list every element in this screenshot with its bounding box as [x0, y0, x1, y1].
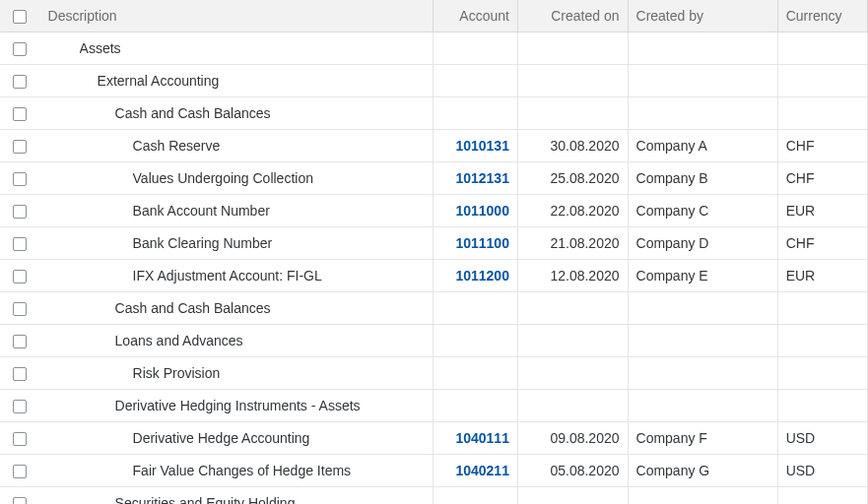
- created-by-cell: [628, 292, 777, 325]
- row-description: Securities and Equity Holding: [115, 487, 296, 504]
- account-cell: [433, 390, 517, 422]
- table-row: Cash and Cash Balances: [0, 292, 868, 325]
- created-on-cell: 22.08.2020: [517, 195, 628, 227]
- expand-placeholder: [111, 203, 127, 219]
- chevron-down-icon[interactable]: [76, 73, 92, 89]
- col-header-currency[interactable]: Currency: [777, 0, 867, 32]
- row-checkbox[interactable]: [13, 497, 27, 504]
- col-header-created-by[interactable]: Created by: [628, 0, 777, 32]
- row-checkbox[interactable]: [13, 172, 27, 186]
- chevron-right-icon[interactable]: [94, 333, 109, 348]
- currency-cell: CHF: [777, 130, 867, 162]
- expand-placeholder: [111, 235, 127, 251]
- description-cell: Cash and Cash Balances: [40, 292, 434, 325]
- created-by-cell: [628, 32, 777, 65]
- created-on-cell: 12.08.2020: [517, 260, 628, 292]
- account-cell: 1040111: [433, 422, 517, 455]
- row-checkbox[interactable]: [13, 335, 27, 348]
- row-select-cell: [0, 260, 40, 292]
- account-cell: [433, 325, 517, 357]
- row-description: Bank Clearing Number: [133, 227, 273, 259]
- row-description: Cash Reserve: [133, 130, 221, 161]
- currency-cell: CHF: [777, 227, 867, 260]
- created-by-cell: Company E: [628, 260, 777, 292]
- account-link[interactable]: 1040211: [455, 463, 509, 478]
- row-select-cell: [0, 227, 40, 260]
- description-cell: Bank Clearing Number: [40, 227, 434, 260]
- account-cell: 1040211: [433, 455, 517, 487]
- row-checkbox[interactable]: [13, 270, 27, 284]
- currency-cell: USD: [777, 455, 867, 487]
- row-select-cell: [0, 32, 40, 65]
- account-link[interactable]: 1011100: [455, 235, 509, 251]
- chevron-down-icon[interactable]: [94, 105, 109, 121]
- table-row: Assets: [0, 32, 868, 65]
- table-row: Cash and Cash Balances: [0, 97, 868, 130]
- currency-cell: CHF: [777, 162, 867, 195]
- description-cell: Fair Value Changes of Hedge Items: [40, 455, 434, 487]
- created-by-cell: Company A: [628, 130, 777, 162]
- row-checkbox[interactable]: [13, 42, 27, 56]
- row-checkbox[interactable]: [13, 140, 27, 154]
- account-cell: [433, 32, 517, 65]
- account-link[interactable]: 1012131: [455, 170, 509, 186]
- row-checkbox[interactable]: [13, 367, 27, 381]
- created-by-cell: Company C: [628, 195, 777, 227]
- currency-cell: EUR: [777, 195, 867, 227]
- row-description: External Accounting: [98, 65, 220, 96]
- currency-cell: [777, 65, 867, 97]
- description-cell: External Accounting: [40, 65, 434, 97]
- row-checkbox[interactable]: [13, 465, 27, 478]
- row-checkbox[interactable]: [13, 205, 27, 219]
- created-by-cell: Company B: [628, 162, 777, 195]
- account-cell: 1011200: [433, 260, 517, 292]
- description-cell: Cash and Cash Balances: [40, 97, 434, 130]
- created-on-cell: [517, 97, 628, 130]
- row-checkbox[interactable]: [13, 107, 27, 121]
- row-description: Derivative Hedge Accounting: [133, 422, 310, 454]
- col-header-description[interactable]: Description: [40, 0, 434, 32]
- row-description: Cash and Cash Balances: [115, 97, 271, 129]
- created-on-cell: [517, 65, 628, 97]
- created-by-cell: [628, 97, 777, 130]
- expand-placeholder: [111, 463, 127, 478]
- col-header-account[interactable]: Account: [433, 0, 517, 32]
- created-on-cell: [517, 357, 628, 390]
- table-row: IFX Adjustment Account: FI-GL101120012.0…: [0, 260, 868, 292]
- select-all-checkbox[interactable]: [13, 10, 27, 24]
- created-on-cell: [517, 292, 628, 325]
- created-by-cell: [628, 325, 777, 357]
- created-by-cell: Company D: [628, 227, 777, 260]
- col-header-created-on[interactable]: Created on: [517, 0, 628, 32]
- description-cell: Loans and Advances: [40, 325, 434, 357]
- chevron-right-icon[interactable]: [94, 300, 109, 316]
- account-link[interactable]: 1011200: [455, 268, 509, 284]
- row-checkbox[interactable]: [13, 302, 27, 316]
- chevron-right-icon[interactable]: [94, 495, 109, 504]
- created-by-cell: Company G: [628, 455, 777, 487]
- created-by-cell: Company F: [628, 422, 777, 455]
- description-cell: Securities and Equity Holding: [40, 487, 434, 505]
- created-on-cell: [517, 487, 628, 505]
- row-description: Risk Provision: [133, 357, 221, 389]
- row-description: IFX Adjustment Account: FI-GL: [133, 260, 322, 291]
- currency-cell: [777, 97, 867, 130]
- row-checkbox[interactable]: [13, 432, 27, 446]
- currency-cell: [777, 292, 867, 325]
- currency-cell: [777, 390, 867, 422]
- row-select-cell: [0, 292, 40, 325]
- row-checkbox[interactable]: [13, 400, 27, 413]
- row-description: Fair Value Changes of Hedge Items: [133, 455, 352, 486]
- account-link[interactable]: 1010131: [455, 138, 509, 154]
- row-description: Loans and Advances: [115, 325, 243, 356]
- chevron-down-icon[interactable]: [58, 40, 74, 56]
- row-checkbox[interactable]: [13, 237, 27, 251]
- chevron-down-icon[interactable]: [94, 398, 109, 413]
- account-link[interactable]: 1011000: [455, 203, 509, 219]
- row-checkbox[interactable]: [13, 75, 27, 89]
- expand-placeholder: [111, 430, 127, 446]
- created-by-cell: [628, 487, 777, 505]
- currency-cell: [777, 32, 867, 65]
- account-link[interactable]: 1040111: [455, 430, 509, 446]
- scroll-area[interactable]: Description Account Created on Created b…: [0, 0, 868, 504]
